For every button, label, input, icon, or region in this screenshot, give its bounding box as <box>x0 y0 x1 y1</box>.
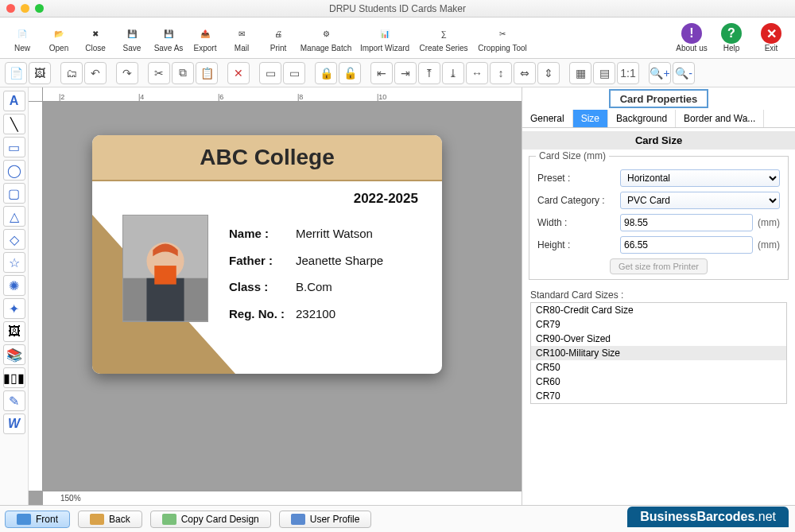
std-size-item[interactable]: CR79 <box>531 317 786 332</box>
bring-front-icon[interactable]: ▭ <box>259 62 281 84</box>
library-tool-icon[interactable]: 📚 <box>3 344 25 365</box>
arrow-tool-icon[interactable]: ✦ <box>3 298 25 319</box>
align-left-icon[interactable]: ⇤ <box>370 62 393 84</box>
paste-icon[interactable]: 📋 <box>196 62 218 84</box>
align-hcenter-icon[interactable]: ↕ <box>490 62 512 84</box>
copy-icon[interactable]: ⧉ <box>172 62 194 84</box>
toolbar-export-button[interactable]: 📤Export <box>188 19 223 57</box>
properties-tabs: GeneralSizeBackgroundBorder and Wa... <box>522 110 795 128</box>
std-size-item[interactable]: CR60 <box>531 375 786 389</box>
vertical-ruler <box>29 102 43 491</box>
front-side-button[interactable]: Front <box>5 511 70 528</box>
new-page-icon[interactable]: 📄 <box>5 62 27 84</box>
distribute-h-icon[interactable]: ⇔ <box>514 62 536 84</box>
burst-tool-icon[interactable]: ✺ <box>3 275 25 296</box>
width-label: Width : <box>537 217 620 228</box>
close-window-button[interactable] <box>6 4 15 13</box>
toolbar-create-series-button[interactable]: ∑Create Series <box>415 19 472 57</box>
zoom-out-icon[interactable]: 🔍- <box>673 62 695 84</box>
align-bottom-icon[interactable]: ⤓ <box>442 62 464 84</box>
std-size-item[interactable]: CR100-Military Size <box>531 346 786 360</box>
user-profile-button[interactable]: User Profile <box>279 511 372 528</box>
horizontal-ruler: |2|4|6|8|10 <box>43 87 522 102</box>
unlock-icon[interactable]: 🔓 <box>339 62 361 84</box>
toolbar-save-as-button[interactable]: 💾Save As <box>151 19 186 57</box>
send-back-icon[interactable]: ▭ <box>283 62 305 84</box>
titlebar: DRPU Students ID Cards Maker <box>0 0 795 17</box>
properties-panel-title: Card Properties <box>609 89 709 108</box>
card-size-group: Card Size (mm) Preset : Horizontal Card … <box>529 156 789 280</box>
height-label: Height : <box>537 239 620 250</box>
grid-icon[interactable]: ▦ <box>569 62 591 84</box>
line-tool-icon[interactable]: ╲ <box>3 114 25 134</box>
zoom-level: 150% <box>60 494 81 503</box>
cut-icon[interactable]: ✂ <box>148 62 170 84</box>
delete-icon[interactable]: ✕ <box>227 62 250 84</box>
back-side-button[interactable]: Back <box>78 511 142 528</box>
wordart-tool-icon[interactable]: W <box>3 414 25 434</box>
toolbar-open-button[interactable]: 📂Open <box>41 19 76 57</box>
get-size-from-printer-button[interactable]: Get size from Printer <box>610 258 708 274</box>
toolbar-exit-button[interactable]: ✕Exit <box>752 23 790 52</box>
toolbar-help-button[interactable]: ?Help <box>712 23 750 52</box>
toolbar-print-button[interactable]: 🖨Print <box>261 19 296 57</box>
text-tool-icon[interactable]: A <box>3 91 25 111</box>
std-size-item[interactable]: CR90-Over Sized <box>531 332 786 346</box>
tab-background[interactable]: Background <box>608 110 676 127</box>
picture-tool-icon[interactable]: 🖼 <box>3 321 25 342</box>
main-toolbar: 📄New📂Open✖Close💾Save💾Save As📤Export✉Mail… <box>0 17 795 59</box>
tab-border-and-wa-[interactable]: Border and Wa... <box>676 110 764 127</box>
image-icon[interactable]: 🖼 <box>29 62 51 84</box>
lock-icon[interactable]: 🔒 <box>315 62 337 84</box>
ellipse-tool-icon[interactable]: ◯ <box>3 160 25 181</box>
align-top-icon[interactable]: ⤒ <box>418 62 440 84</box>
student-photo <box>122 215 208 322</box>
ruler-icon[interactable]: ▤ <box>593 62 615 84</box>
rounded-rect-tool-icon[interactable]: ▢ <box>3 183 25 204</box>
category-label: Card Category : <box>537 195 620 206</box>
height-input[interactable] <box>620 236 753 254</box>
star-tool-icon[interactable]: ☆ <box>3 252 25 273</box>
distribute-v-icon[interactable]: ⇕ <box>537 62 560 84</box>
align-right-icon[interactable]: ⇥ <box>394 62 417 84</box>
minimize-window-button[interactable] <box>21 4 29 13</box>
std-size-item[interactable]: CR80-Credit Card Size <box>531 303 786 317</box>
toolbar-about-us-button[interactable]: !About us <box>673 23 711 52</box>
svg-rect-3 <box>146 278 184 321</box>
maximize-window-button[interactable] <box>35 4 44 13</box>
width-input[interactable] <box>620 214 753 231</box>
fit-icon[interactable]: 1:1 <box>617 62 639 84</box>
toolbar-close-button[interactable]: ✖Close <box>78 19 113 57</box>
undo-icon[interactable]: ↶ <box>84 62 107 84</box>
toolbar-new-button[interactable]: 📄New <box>5 19 40 57</box>
card-header-band: ABC College <box>92 135 442 181</box>
tab-size[interactable]: Size <box>573 110 608 127</box>
copy-card-design-button[interactable]: Copy Card Design <box>150 511 271 528</box>
standard-sizes-list[interactable]: CR80-Credit Card SizeCR79CR90-Over Sized… <box>530 302 787 404</box>
window-title: DRPU Students ID Cards Maker <box>0 3 795 14</box>
rectangle-tool-icon[interactable]: ▭ <box>3 137 25 157</box>
toolbar-cropping-tool-button[interactable]: ✂Cropping Tool <box>474 19 531 57</box>
id-card-canvas[interactable]: ABC College 2022-2025 Name :Merritt Wats… <box>92 135 442 374</box>
preset-select[interactable]: Horizontal <box>620 169 780 187</box>
zoom-in-icon[interactable]: 🔍+ <box>649 62 671 84</box>
triangle-tool-icon[interactable]: △ <box>3 206 25 227</box>
canvas-area[interactable]: |2|4|6|8|10 ABC College 2022-2025 Name :… <box>29 87 522 505</box>
category-select[interactable]: PVC Card <box>620 192 780 209</box>
toolbar-manage-batch-button[interactable]: ⚙Manage Batch <box>297 19 355 57</box>
toolbar-mail-button[interactable]: ✉Mail <box>224 19 259 57</box>
diamond-tool-icon[interactable]: ◇ <box>3 229 25 250</box>
barcode-tool-icon[interactable]: ▮▯▮ <box>3 367 25 388</box>
card-batch-year: 2022-2025 <box>92 191 418 207</box>
signature-tool-icon[interactable]: ✎ <box>3 390 25 411</box>
height-unit: (mm) <box>758 239 780 250</box>
std-size-item[interactable]: CR70 <box>531 389 786 403</box>
tab-general[interactable]: General <box>522 110 573 127</box>
toolbar-import-wizard-button[interactable]: 📊Import Wizard <box>356 19 413 57</box>
template-icon[interactable]: 🗂 <box>60 62 83 84</box>
toolbar-save-button[interactable]: 💾Save <box>114 19 149 57</box>
redo-icon[interactable]: ↷ <box>116 62 138 84</box>
std-size-item[interactable]: CR50 <box>531 360 786 375</box>
card-size-legend: Card Size (mm) <box>536 150 609 161</box>
align-vcenter-icon[interactable]: ↔ <box>466 62 488 84</box>
